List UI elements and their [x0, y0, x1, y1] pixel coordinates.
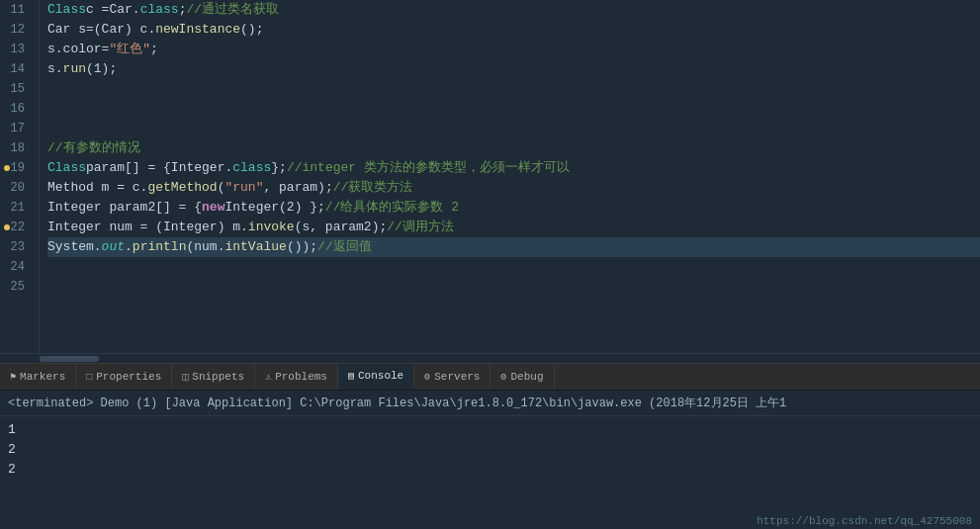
- line-number: 19: [4, 158, 31, 178]
- console-tab-icon: ▤: [348, 370, 354, 382]
- token-out: out: [102, 237, 125, 257]
- line-number: 20: [4, 178, 31, 198]
- code-line: [47, 257, 980, 277]
- token-dot-class: class: [232, 158, 271, 178]
- token-method: newInstance: [155, 20, 240, 40]
- token-dot-class: class: [140, 0, 179, 20]
- token-comment: //调用方法: [387, 218, 454, 237]
- servers-tab-label: Servers: [434, 371, 480, 383]
- debug-tab-icon: ⚙: [500, 371, 506, 383]
- token-plain: ();: [240, 20, 263, 40]
- token-kw-class: Class: [47, 158, 86, 178]
- line-number: 23: [4, 237, 31, 257]
- token-plain: s.: [47, 59, 63, 79]
- token-string: "红色": [109, 40, 150, 59]
- token-kw-class: Class: [47, 0, 86, 20]
- tab-console[interactable]: ▤Console: [338, 364, 414, 390]
- token-plain: Car s=(Car) c.: [47, 20, 155, 40]
- token-plain: (num.: [186, 237, 224, 257]
- code-container: 111213141516171819202122232425 Class c =…: [0, 0, 980, 353]
- token-method: println: [133, 237, 187, 257]
- problems-tab-icon: ⚠: [265, 371, 271, 383]
- token-plain: ());: [287, 237, 317, 257]
- console-line: 2: [8, 460, 972, 480]
- token-plain: c =Car.: [86, 0, 140, 20]
- token-plain: Integer num = (Integer) m.: [47, 218, 248, 237]
- line-number: 12: [4, 20, 31, 40]
- console-area: <terminated> Demo (1) [Java Application]…: [0, 391, 980, 529]
- code-line: Car s=(Car) c.newInstance();: [47, 20, 980, 40]
- code-scrollbar[interactable]: [0, 353, 980, 363]
- console-tab-label: Console: [358, 370, 403, 382]
- code-line: //有参数的情况: [47, 138, 980, 158]
- tab-markers[interactable]: ⚑Markers: [0, 364, 76, 390]
- token-plain: Integer(2) };: [224, 198, 324, 218]
- tab-snippets[interactable]: ◫Snippets: [172, 364, 255, 390]
- code-line: [47, 99, 980, 119]
- properties-tab-label: Properties: [96, 371, 161, 383]
- line-number: 17: [4, 119, 31, 138]
- scrollbar-track[interactable]: [40, 356, 99, 362]
- token-method: run: [63, 59, 86, 79]
- line-number: 18: [4, 138, 31, 158]
- token-comment: //通过类名获取: [186, 0, 279, 20]
- code-line: [47, 277, 980, 297]
- code-line: Integer param2[] = {new Integer(2) };//给…: [47, 198, 980, 218]
- line-number: 15: [4, 79, 31, 99]
- tab-properties[interactable]: □Properties: [76, 364, 172, 390]
- token-plain: s.color=: [47, 40, 109, 59]
- code-line: Class c =Car.class;//通过类名获取: [47, 0, 980, 20]
- code-line: s.color="红色";: [47, 40, 980, 59]
- token-comment: //有参数的情况: [47, 138, 140, 158]
- console-line: 2: [8, 440, 972, 460]
- code-lines[interactable]: Class c =Car.class;//通过类名获取 Car s=(Car) …: [40, 0, 980, 353]
- console-header: <terminated> Demo (1) [Java Application]…: [0, 391, 980, 416]
- code-line: s.run(1);: [47, 59, 980, 79]
- token-plain: System.: [47, 237, 102, 257]
- console-output: 122: [0, 416, 980, 513]
- token-plain: (1);: [86, 59, 117, 79]
- line-number: 13: [4, 40, 31, 59]
- token-plain: , param);: [263, 178, 332, 198]
- code-line: Class param[] = {Integer.class};//intege…: [47, 158, 980, 178]
- code-line: System.out.println(num.intValue());//返回值: [47, 237, 980, 257]
- code-line: [47, 119, 980, 138]
- line-number: 11: [4, 0, 31, 20]
- properties-tab-icon: □: [86, 372, 92, 383]
- markers-tab-label: Markers: [20, 371, 65, 383]
- line-number: 22: [4, 218, 31, 237]
- line-number: 24: [4, 257, 31, 277]
- snippets-tab-label: Snippets: [192, 371, 244, 383]
- bottom-tabs: ⚑Markers□Properties◫Snippets⚠Problems▤Co…: [0, 363, 980, 391]
- token-plain: Method m = c.: [47, 178, 147, 198]
- token-string: "run": [224, 178, 263, 198]
- token-comment: //integer 类方法的参数类型，必须一样才可以: [287, 158, 570, 178]
- editor-area: 111213141516171819202122232425 Class c =…: [0, 0, 980, 363]
- code-line: [47, 79, 980, 99]
- line-numbers: 111213141516171819202122232425: [0, 0, 40, 353]
- tab-problems[interactable]: ⚠Problems: [255, 364, 338, 390]
- token-plain: (: [218, 178, 225, 198]
- debug-tab-label: Debug: [511, 371, 544, 383]
- line-number: 21: [4, 198, 31, 218]
- token-plain: };: [271, 158, 287, 178]
- token-comment: //给具体的实际参数 2: [325, 198, 459, 218]
- token-plain: ;: [179, 0, 187, 20]
- token-kw-new: new: [202, 198, 224, 218]
- line-number: 16: [4, 99, 31, 119]
- code-line: Method m = c.getMethod("run", param);//获…: [47, 178, 980, 198]
- tab-debug[interactable]: ⚙Debug: [490, 364, 554, 390]
- token-method: invoke: [248, 218, 295, 237]
- line-number: 25: [4, 277, 31, 297]
- line-number: 14: [4, 59, 31, 79]
- tab-servers[interactable]: ⚙Servers: [414, 364, 490, 390]
- code-line: Integer num = (Integer) m.invoke(s, para…: [47, 218, 980, 237]
- token-plain: Integer param2[] = {: [47, 198, 202, 218]
- problems-tab-label: Problems: [275, 371, 327, 383]
- token-method: getMethod: [147, 178, 217, 198]
- snippets-tab-icon: ◫: [182, 371, 188, 383]
- servers-tab-icon: ⚙: [424, 371, 430, 383]
- token-plain: ;: [150, 40, 158, 59]
- token-plain: (s, param2);: [295, 218, 388, 237]
- console-line: 1: [8, 420, 972, 440]
